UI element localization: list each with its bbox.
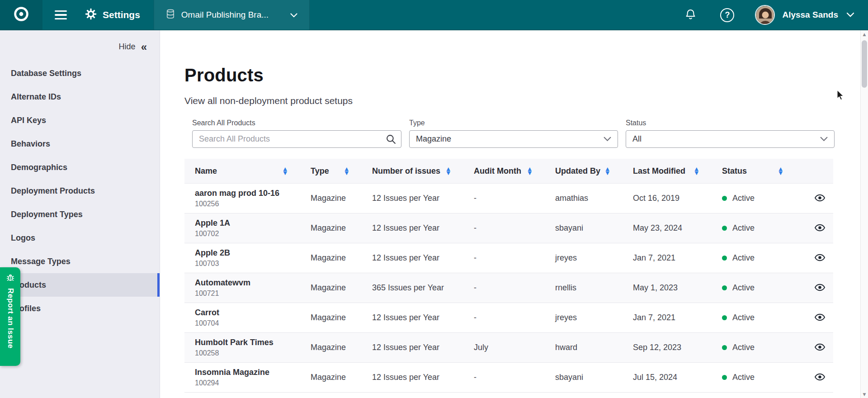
sidebar-item[interactable]: Logos <box>0 226 160 250</box>
product-id: 100256 <box>195 200 311 208</box>
view-product-button[interactable] <box>815 343 825 352</box>
column-header[interactable]: Type ▲ ▼ <box>311 166 372 176</box>
sort-icon[interactable]: ▲ ▼ <box>779 167 783 175</box>
cell-name: aaron mag prod 10-16 100256 <box>184 189 311 208</box>
report-issue-tab[interactable]: Report an Issue <box>0 267 20 366</box>
eye-icon <box>815 194 825 203</box>
product-name[interactable]: Carrot <box>195 308 311 317</box>
sort-icon[interactable]: ▲ ▼ <box>283 167 287 175</box>
hide-sidebar-button[interactable]: Hide « <box>0 30 160 52</box>
sidebar-item-label: API Keys <box>11 116 46 125</box>
status-select-value: All <box>632 134 642 144</box>
sidebar-item[interactable]: Message Types <box>0 250 160 273</box>
sidebar-item[interactable]: API Keys <box>0 109 160 132</box>
sort-icon[interactable]: ▲ ▼ <box>345 167 349 175</box>
column-label: Status <box>722 166 747 176</box>
column-header[interactable]: Number of issues ▲ ▼ <box>372 166 474 176</box>
sidebar-item-label: Database Settings <box>11 69 81 78</box>
status-label: Status <box>626 119 835 127</box>
user-menu-chevron-icon[interactable] <box>846 11 854 19</box>
sidebar-item[interactable]: Behaviors <box>0 132 160 156</box>
view-product-button[interactable] <box>815 313 825 322</box>
database-icon <box>166 9 175 21</box>
cell-actions <box>806 313 833 322</box>
cell-status: Active <box>722 253 806 263</box>
sort-icon[interactable]: ▲ ▼ <box>695 167 698 175</box>
status-label: Active <box>732 313 755 322</box>
search-input[interactable] <box>192 130 401 148</box>
sidebar-item[interactable]: Deployment Types <box>0 203 160 226</box>
view-product-button[interactable] <box>815 254 825 263</box>
sidebar-item[interactable]: Database Settings <box>0 62 160 85</box>
status-select[interactable]: All <box>626 130 835 148</box>
chevron-down-icon <box>820 134 828 144</box>
column-label: Updated By <box>555 166 600 176</box>
sort-icon[interactable]: ▲ ▼ <box>447 167 450 175</box>
column-header[interactable]: Last Modified ▲ ▼ <box>633 166 722 176</box>
eye-icon <box>815 254 825 263</box>
cell-type: Magazine <box>311 253 372 263</box>
search-icon[interactable] <box>386 134 396 146</box>
scrollbar-thumb[interactable] <box>862 40 867 88</box>
cell-issues: 12 Issues per Year <box>372 373 474 382</box>
scrollbar-up-icon[interactable]: ▲ <box>861 30 868 38</box>
table-row[interactable]: Apple 1A 100702 Magazine 12 Issues per Y… <box>184 213 833 243</box>
settings-nav[interactable]: Settings <box>82 0 143 30</box>
avatar[interactable] <box>755 5 775 25</box>
sidebar-item[interactable]: Alternate IDs <box>0 85 160 109</box>
sidebar-item-label: Alternate IDs <box>11 92 61 102</box>
table-row[interactable]: Automatewvm 100721 Magazine 365 Issues p… <box>184 273 833 303</box>
database-selector[interactable]: Omail Publishing Bra... <box>154 0 310 30</box>
page-title: Products <box>184 65 860 85</box>
sort-icon[interactable]: ▲ ▼ <box>528 167 532 175</box>
column-header[interactable]: Audit Month ▲ ▼ <box>474 166 555 176</box>
scrollbar-down-icon[interactable]: ▼ <box>861 390 868 398</box>
column-header[interactable]: Status ▲ ▼ <box>722 166 806 176</box>
page-subtitle: View all non-deployment product setups <box>184 95 860 106</box>
table-row[interactable]: Insomnia Magazine 100294 Magazine 12 Iss… <box>184 363 833 393</box>
cell-actions <box>806 224 833 233</box>
user-name[interactable]: Alyssa Sands <box>782 10 838 20</box>
table-row[interactable]: Apple 2B 100703 Magazine 12 Issues per Y… <box>184 243 833 273</box>
sort-icon[interactable]: ▲ ▼ <box>606 167 609 175</box>
cell-actions <box>806 343 833 352</box>
sidebar-item[interactable]: Demographics <box>0 156 160 179</box>
product-name[interactable]: Apple 1A <box>195 218 311 228</box>
cell-audit-month: July <box>474 343 555 352</box>
column-header[interactable]: Name ▲ ▼ <box>184 166 311 176</box>
table-row[interactable]: Humbolt Park Times 100258 Magazine 12 Is… <box>184 333 833 363</box>
collapse-sidebar-icon: « <box>141 43 147 51</box>
cell-issues: 365 Issues per Year <box>372 283 474 293</box>
product-name[interactable]: aaron mag prod 10-16 <box>195 189 311 198</box>
product-name[interactable]: Insomnia Magazine <box>195 368 311 377</box>
view-product-button[interactable] <box>815 373 825 382</box>
product-name[interactable]: Humbolt Park Times <box>195 338 311 347</box>
view-product-button[interactable] <box>815 224 825 233</box>
product-name[interactable]: Apple 2B <box>195 248 311 258</box>
menu-icon[interactable] <box>51 5 71 25</box>
table-body: aaron mag prod 10-16 100256 Magazine 12 … <box>184 184 833 393</box>
status-label: Active <box>732 343 755 352</box>
view-product-button[interactable] <box>815 194 825 203</box>
product-id: 100702 <box>195 230 311 238</box>
table-row[interactable]: Carrot 100704 Magazine 12 Issues per Yea… <box>184 303 833 333</box>
sidebar-item[interactable]: Deployment Products <box>0 179 160 203</box>
cell-name: Automatewvm 100721 <box>184 278 311 298</box>
cell-last-modified: Sep 12, 2023 <box>633 343 722 352</box>
column-header[interactable]: Updated By ▲ ▼ <box>555 166 633 176</box>
cell-status: Active <box>722 223 806 233</box>
sidebar-item[interactable]: Products <box>0 273 160 297</box>
vertical-scrollbar[interactable]: ▲ ▼ <box>860 30 868 398</box>
table-row[interactable]: aaron mag prod 10-16 100256 Magazine 12 … <box>184 184 833 213</box>
product-name[interactable]: Automatewvm <box>195 278 311 288</box>
sidebar-item-label: Demographics <box>11 163 67 172</box>
view-product-button[interactable] <box>815 284 825 293</box>
notifications-button[interactable] <box>684 8 697 22</box>
help-button[interactable]: ? <box>720 8 755 22</box>
type-select[interactable]: Magazine <box>409 130 618 148</box>
filters-row: Search All Products Type Magazine Status <box>192 119 860 148</box>
app-logo[interactable] <box>0 0 42 30</box>
sidebar-item[interactable]: Profiles <box>0 297 160 320</box>
status-dot-icon <box>722 375 727 380</box>
chevron-down-icon <box>604 134 611 144</box>
